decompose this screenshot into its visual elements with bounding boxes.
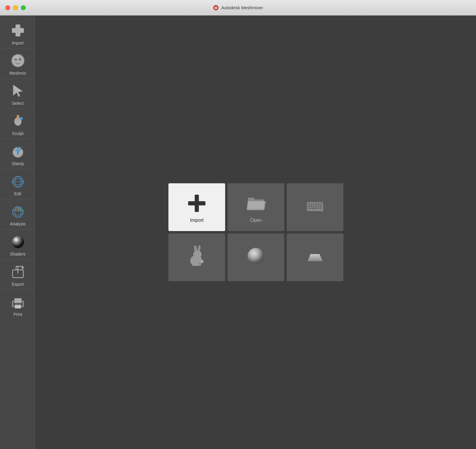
svg-rect-47 xyxy=(313,203,315,205)
shaders-icon xyxy=(10,233,26,250)
grid-cell-shortcuts[interactable]: i xyxy=(287,183,343,231)
svg-point-20 xyxy=(21,147,22,148)
svg-point-7 xyxy=(19,58,21,61)
svg-rect-38 xyxy=(14,298,22,303)
sidebar-shaders-label: Shaders xyxy=(10,252,25,256)
app-title: M Autodesk Meshmixer xyxy=(213,5,263,11)
titlebar: M Autodesk Meshmixer xyxy=(0,0,476,16)
close-button[interactable] xyxy=(5,5,10,10)
svg-rect-55 xyxy=(318,205,320,207)
sidebar-edit-label: Edit xyxy=(14,191,21,196)
grid-import-label: Import xyxy=(190,218,203,223)
sidebar-meshmix-label: Meshmix xyxy=(9,71,26,76)
sidebar-item-export[interactable]: Export xyxy=(0,260,36,290)
svg-point-13 xyxy=(20,117,23,120)
svg-rect-39 xyxy=(15,305,21,308)
select-icon xyxy=(10,82,26,99)
grid-plane-icon xyxy=(303,244,327,268)
svg-rect-45 xyxy=(308,203,310,205)
svg-marker-9 xyxy=(13,85,23,97)
svg-point-5 xyxy=(12,55,24,67)
sidebar-import-label: Import xyxy=(12,41,24,45)
svg-rect-56 xyxy=(320,205,322,207)
sidebar-stamp-label: Stamp xyxy=(12,161,24,166)
svg-point-69 xyxy=(198,262,201,266)
svg-rect-51 xyxy=(308,205,310,207)
sidebar-item-import[interactable]: Import xyxy=(0,19,36,49)
sidebar-select-label: Select xyxy=(12,101,24,106)
grid-cell-open[interactable]: Open xyxy=(228,183,284,231)
sidebar-sculpt-label: Sculpt xyxy=(12,131,24,136)
svg-rect-3 xyxy=(12,28,24,33)
sidebar-print-label: Print xyxy=(13,312,22,317)
grid-cell-sphere[interactable] xyxy=(228,233,284,281)
svg-rect-17 xyxy=(17,151,19,155)
svg-rect-58 xyxy=(311,207,317,209)
minimize-button[interactable] xyxy=(13,5,18,10)
sidebar-item-sculpt[interactable]: Sculpt xyxy=(0,109,36,139)
grid-open-icon xyxy=(244,191,268,215)
svg-point-32 xyxy=(12,236,24,248)
sidebar-analysis-label: Analysis xyxy=(10,222,25,226)
grid-sphere-icon xyxy=(244,244,268,268)
grid-cell-bunny[interactable] xyxy=(168,233,225,281)
meshmix-icon xyxy=(10,52,26,69)
svg-rect-48 xyxy=(315,203,317,205)
sidebar-item-select[interactable]: Select xyxy=(0,79,36,109)
svg-rect-59 xyxy=(317,207,319,209)
svg-point-71 xyxy=(248,248,264,265)
sidebar-item-print[interactable]: Print xyxy=(0,290,36,320)
sidebar-item-analysis[interactable]: Analysis xyxy=(0,199,36,230)
svg-point-27 xyxy=(17,187,19,188)
edit-icon xyxy=(10,173,26,190)
sidebar: Import Meshmix xyxy=(0,16,36,449)
svg-rect-53 xyxy=(313,205,315,207)
sidebar-item-meshmix[interactable]: Meshmix xyxy=(0,49,36,79)
svg-rect-50 xyxy=(320,203,322,205)
svg-point-28 xyxy=(12,181,13,182)
maximize-button[interactable] xyxy=(21,5,26,10)
svg-rect-57 xyxy=(308,207,310,209)
svg-point-63 xyxy=(193,250,202,258)
svg-text:i: i xyxy=(322,209,323,213)
sidebar-item-edit[interactable]: Edit xyxy=(0,169,36,199)
svg-point-18 xyxy=(17,147,19,148)
svg-rect-52 xyxy=(311,205,312,207)
app-icon: M xyxy=(213,5,219,11)
svg-rect-60 xyxy=(320,207,322,209)
svg-point-14 xyxy=(20,117,22,119)
grid-import-icon xyxy=(185,191,209,215)
svg-point-70 xyxy=(201,260,204,263)
grid-cell-import[interactable]: Import xyxy=(168,183,225,231)
svg-rect-46 xyxy=(311,203,312,205)
svg-rect-43 xyxy=(188,201,205,205)
svg-rect-49 xyxy=(318,203,320,205)
print-icon xyxy=(10,293,26,310)
grid-shortcuts-icon: i xyxy=(303,194,327,218)
main-content: Import Open xyxy=(36,16,476,449)
svg-point-26 xyxy=(23,181,24,182)
grid-cell-plane[interactable] xyxy=(287,233,343,281)
svg-point-8 xyxy=(14,56,18,59)
grid-open-label: Open xyxy=(250,218,262,223)
svg-point-25 xyxy=(17,176,19,177)
svg-rect-54 xyxy=(315,205,317,207)
app-body: Import Meshmix xyxy=(0,16,476,449)
svg-text:M: M xyxy=(214,6,217,10)
sidebar-item-stamp[interactable]: Stamp xyxy=(0,139,36,169)
import-icon xyxy=(10,22,26,39)
sidebar-export-label: Export xyxy=(12,282,24,287)
svg-marker-73 xyxy=(308,254,323,261)
export-icon xyxy=(10,263,26,280)
grid-bunny-icon xyxy=(185,244,209,268)
stamp-icon xyxy=(10,143,26,159)
sculpt-icon xyxy=(10,113,26,129)
sidebar-item-shaders[interactable]: Shaders xyxy=(0,230,36,260)
action-grid: Import Open xyxy=(168,183,343,281)
analysis-icon xyxy=(10,203,26,220)
window-controls[interactable] xyxy=(5,5,26,10)
